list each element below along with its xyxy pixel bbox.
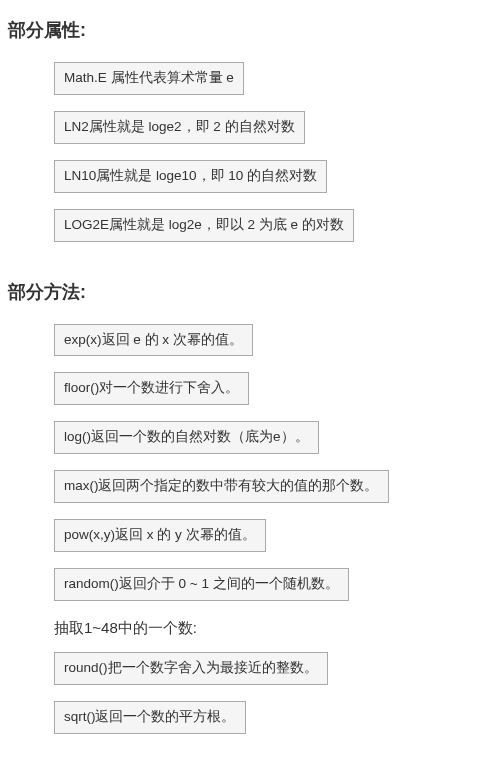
section-heading-methods: 部分方法: (8, 280, 500, 304)
example-label: 抽取1~48中的一个数: (54, 619, 500, 638)
method-item: random()返回介于 0 ~ 1 之间的一个随机数。 (54, 568, 349, 601)
method-item: exp(x)返回 e 的 x 次幂的值。 (54, 324, 253, 357)
method-item: floor()对一个数进行下舍入。 (54, 372, 249, 405)
method-item: log()返回一个数的自然对数（底为e）。 (54, 421, 319, 454)
document-root: 部分属性: Math.E 属性代表算术常量 e LN2属性就是 loge2，即 … (0, 18, 500, 750)
properties-list: Math.E 属性代表算术常量 e LN2属性就是 loge2，即 2 的自然对… (0, 62, 500, 258)
method-item: pow(x,y)返回 x 的 y 次幂的值。 (54, 519, 266, 552)
method-item: round()把一个数字舍入为最接近的整数。 (54, 652, 328, 685)
property-item: LOG2E属性就是 log2e，即以 2 为底 e 的对数 (54, 209, 354, 242)
property-item: LN10属性就是 loge10，即 10 的自然对数 (54, 160, 327, 193)
method-item: max()返回两个指定的数中带有较大的值的那个数。 (54, 470, 389, 503)
methods-list: exp(x)返回 e 的 x 次幂的值。 floor()对一个数进行下舍入。 l… (0, 324, 500, 750)
section-heading-properties: 部分属性: (8, 18, 500, 42)
property-item: LN2属性就是 loge2，即 2 的自然对数 (54, 111, 305, 144)
property-item: Math.E 属性代表算术常量 e (54, 62, 244, 95)
method-item: sqrt()返回一个数的平方根。 (54, 701, 246, 734)
